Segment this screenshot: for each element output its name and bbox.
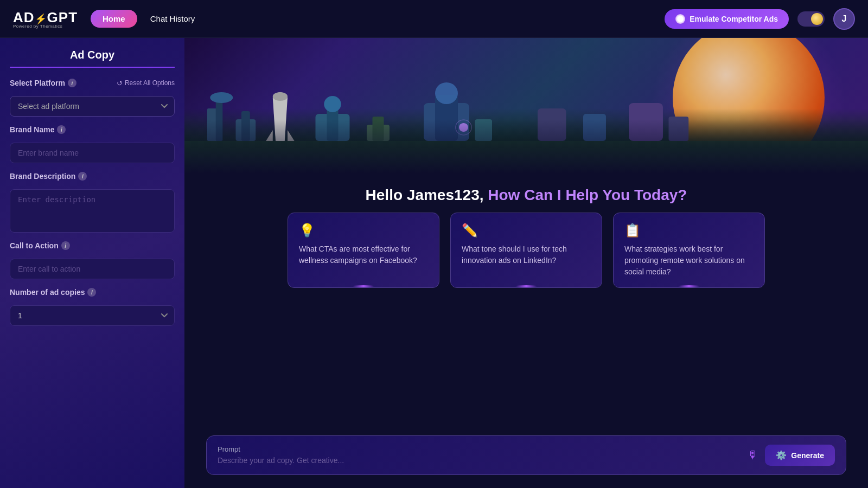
greeting-area: Hello James123, How Can I Help You Today… (184, 174, 868, 213)
logo-text: AD⚡GPT (13, 9, 78, 26)
microphone-icon[interactable]: 🎙 (748, 449, 758, 461)
greeting-name: Hello James123, (366, 187, 484, 203)
sidebar-header-row: Select Platform i ↺ Reset All Options (10, 79, 175, 87)
num-copies-label-text: Number of ad copies (10, 288, 85, 297)
prompt-input[interactable] (218, 456, 741, 465)
logo-gpt: GPT (47, 9, 78, 25)
card-text-1: What tone should I use for tech innovati… (462, 243, 591, 266)
generate-icon: ⚙️ (776, 450, 787, 460)
reset-all-options-button[interactable]: ↺ Reset All Options (117, 79, 175, 87)
reset-label: Reset All Options (125, 79, 175, 87)
brand-name-label: Brand Name i (10, 125, 175, 134)
sidebar: Ad Copy Select Platform i ↺ Reset All Op… (0, 38, 184, 488)
card-icon-1: ✏️ (462, 223, 591, 238)
brand-description-input[interactable] (10, 189, 175, 233)
select-platform-label-text: Select Platform (10, 79, 65, 87)
emulate-btn-label: Emulate Competitor Ads (690, 15, 778, 23)
cta-info-icon[interactable]: i (61, 241, 70, 250)
suggestion-card-0[interactable]: 💡 What CTAs are most effective for welln… (288, 213, 439, 288)
generate-label: Generate (791, 451, 824, 460)
num-copies-info-icon[interactable]: i (87, 288, 96, 297)
platform-select-wrapper: Select ad platform Facebook Instagram Li… (10, 96, 175, 117)
hero-overlay (184, 38, 868, 174)
logo: AD⚡GPT Powered by Thematics (13, 9, 78, 29)
brand-description-info-icon[interactable]: i (78, 172, 87, 181)
card-icon-0: 💡 (299, 223, 428, 238)
sidebar-title: Ad Copy (10, 49, 175, 68)
brand-description-label-text: Brand Description (10, 172, 75, 181)
card-text-2: What strategies work best for promoting … (624, 243, 754, 278)
call-to-action-label-text: Call to Action (10, 241, 59, 250)
call-to-action-input[interactable] (10, 259, 175, 279)
brand-name-input[interactable] (10, 143, 175, 163)
num-copies-label: Number of ad copies i (10, 288, 175, 297)
prompt-label: Prompt (218, 445, 741, 453)
content-area: Hello James123, How Can I Help You Today… (184, 38, 868, 488)
greeting-text: Hello James123, How Can I Help You Today… (206, 187, 846, 204)
select-platform-label: Select Platform i (10, 79, 76, 87)
prompt-area: Prompt 🎙 ⚙️ Generate (206, 435, 846, 475)
theme-toggle-button[interactable] (797, 11, 825, 27)
brand-name-label-text: Brand Name (10, 125, 54, 134)
brand-description-label: Brand Description i (10, 172, 175, 181)
num-copies-select[interactable]: 1 2 3 4 5 (10, 305, 175, 326)
main-layout: Ad Copy Select Platform i ↺ Reset All Op… (0, 38, 868, 488)
greeting-question: How Can I Help You Today? (488, 187, 687, 203)
call-to-action-label: Call to Action i (10, 241, 175, 250)
suggestion-card-2[interactable]: 📋 What strategies work best for promotin… (613, 213, 765, 288)
brand-name-info-icon[interactable]: i (57, 125, 66, 134)
suggestion-card-1[interactable]: ✏️ What tone should I use for tech innov… (450, 213, 602, 288)
card-icon-2: 📋 (624, 223, 754, 238)
suggestion-cards: 💡 What CTAs are most effective for welln… (184, 213, 868, 299)
hero-area (184, 38, 868, 174)
prompt-input-area: Prompt (218, 445, 741, 465)
emulate-icon (675, 14, 685, 24)
reset-icon: ↺ (117, 79, 123, 87)
select-platform-info-icon[interactable]: i (68, 79, 76, 87)
logo-bolt-icon: ⚡ (35, 14, 47, 24)
topbar-right: Emulate Competitor Ads J (665, 8, 855, 30)
topbar: AD⚡GPT Powered by Thematics Home Chat Hi… (0, 0, 868, 38)
generate-button[interactable]: ⚙️ Generate (765, 445, 835, 466)
toggle-knob (811, 13, 823, 25)
user-avatar[interactable]: J (833, 8, 855, 30)
nav-chat-history-link[interactable]: Chat History (150, 14, 195, 23)
card-text-0: What CTAs are most effective for wellnes… (299, 243, 428, 266)
platform-select[interactable]: Select ad platform Facebook Instagram Li… (10, 96, 175, 117)
logo-ad: AD (13, 9, 35, 25)
emulate-competitor-ads-button[interactable]: Emulate Competitor Ads (665, 9, 789, 29)
nav-home-button[interactable]: Home (91, 10, 137, 28)
